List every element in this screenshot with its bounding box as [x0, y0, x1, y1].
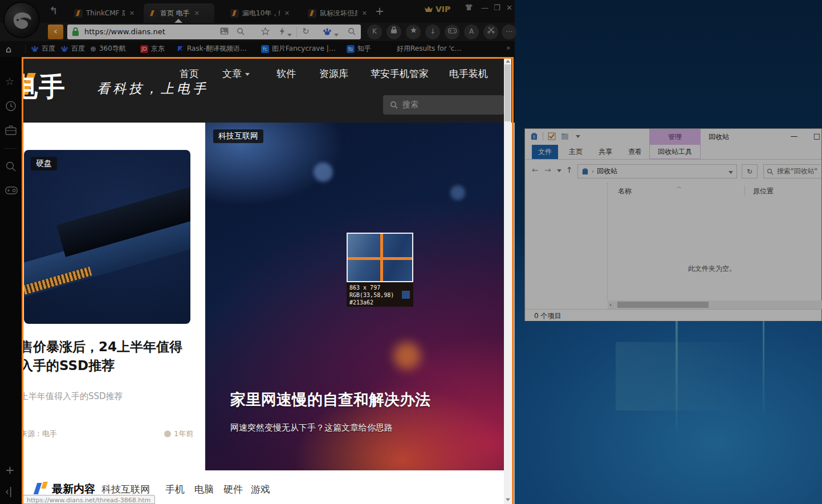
ribbon-tab-manage[interactable]: 管理: [649, 129, 701, 145]
bookmark-baidu-1[interactable]: 百度: [31, 44, 55, 54]
bookmark-zhihu[interactable]: 知 知乎: [347, 44, 371, 54]
downloads-button[interactable]: ↓: [425, 25, 440, 39]
navigation-pane[interactable]: [525, 183, 608, 300]
search-engine-dropdown-icon[interactable]: [334, 30, 339, 38]
explorer-maximize-button[interactable]: □: [807, 129, 822, 145]
site-search-box[interactable]: 搜索: [383, 95, 504, 115]
sidebar-add-icon[interactable]: +: [5, 463, 15, 477]
minimize-button[interactable]: —: [481, 3, 489, 12]
game-center-button[interactable]: [445, 25, 459, 39]
browser-tab-4[interactable]: 鼠标没坏但是 ✕: [303, 3, 372, 23]
ribbon-tab-recycle-tools[interactable]: 回收站工具: [649, 145, 701, 159]
bookmark-rask[interactable]: Rask-翻译视频语…: [177, 44, 247, 54]
maximize-button[interactable]: ❐: [494, 3, 500, 12]
explorer-minimize-button[interactable]: —: [784, 129, 804, 145]
new-folder-icon[interactable]: [560, 132, 569, 141]
history-clock-icon[interactable]: [5, 100, 17, 114]
address-bar[interactable]: › 回收站: [577, 164, 737, 178]
properties-checkbox-icon[interactable]: [547, 132, 556, 141]
site-logo[interactable]: 电手: [22, 70, 66, 105]
nav-software[interactable]: 软件: [276, 67, 296, 80]
tab-close-icon[interactable]: ✕: [194, 10, 200, 17]
kuaijian-button[interactable]: K: [367, 25, 382, 39]
category-tag[interactable]: 科技互联网: [213, 129, 263, 143]
favorites-button[interactable]: [406, 25, 421, 39]
nav-resources[interactable]: 资源库: [319, 67, 348, 80]
latest-tab-tech[interactable]: 科技互联网: [101, 483, 150, 496]
sidebar-gamepad-icon[interactable]: [5, 186, 18, 197]
home-button[interactable]: ⌂: [6, 44, 11, 55]
cheetah-browser-logo[interactable]: [3, 2, 40, 38]
lightning-extension-icon[interactable]: [279, 27, 285, 37]
bookmark-360nav[interactable]: ⊕ 360导航: [90, 44, 126, 54]
url-field[interactable]: https://www.dians.net ↻: [67, 25, 361, 39]
recent-locations-dropdown-icon[interactable]: [557, 168, 561, 173]
hero-article-title[interactable]: 家里网速慢的自查和解决办法: [230, 389, 430, 410]
ribbon-tab-share[interactable]: 共享: [592, 145, 618, 159]
tab-close-icon[interactable]: ✕: [284, 10, 290, 17]
column-header-original-location[interactable]: 原位置: [753, 186, 774, 196]
ribbon-tab-home[interactable]: 主页: [563, 145, 589, 159]
article-title[interactable]: 售价暴涨后，24上半年值得入手的SSD推荐: [22, 338, 193, 377]
nav-phone-manager[interactable]: 苹安手机管家: [371, 67, 429, 80]
sidebar-search-icon[interactable]: [5, 161, 17, 174]
breadcrumb[interactable]: 回收站: [597, 166, 617, 176]
tab-close-icon[interactable]: ✕: [129, 10, 135, 17]
forward-arrow-icon[interactable]: →: [544, 165, 551, 174]
back-arrow-icon[interactable]: ←: [532, 165, 539, 174]
horizontal-scrollbar[interactable]: ‹: [608, 300, 822, 309]
browser-back-button[interactable]: ‹: [48, 25, 63, 39]
page-image-icon[interactable]: [220, 27, 229, 36]
browser-tab-3[interactable]: 漏电10年，维 ✕: [226, 3, 294, 23]
reader-mode-button[interactable]: A: [464, 25, 479, 39]
close-button[interactable]: ✕: [506, 3, 512, 12]
screenshot-scissors-button[interactable]: [483, 25, 498, 39]
page-scrollbar[interactable]: [504, 57, 511, 504]
more-menu-button[interactable]: ⋯: [502, 25, 516, 39]
session-restore-arrow-icon[interactable]: ↰: [49, 5, 58, 17]
scrollbar-thumb[interactable]: [617, 302, 709, 308]
bookmark-jd[interactable]: JD 京东: [140, 44, 165, 54]
latest-tab-hardware[interactable]: 硬件: [223, 483, 243, 496]
refresh-button[interactable]: ↻: [742, 164, 758, 178]
category-tag[interactable]: 硬盘: [31, 157, 57, 170]
zoom-page-icon[interactable]: [237, 27, 245, 37]
baidu-paw-icon[interactable]: [323, 27, 332, 38]
explorer-titlebar[interactable]: 管理 回收站 — □: [525, 129, 821, 145]
scroll-up-icon[interactable]: [506, 60, 510, 63]
ribbon-tab-view[interactable]: 查看: [622, 145, 648, 159]
new-tab-button[interactable]: +: [375, 5, 384, 17]
bookmarks-overflow-button[interactable]: »: [506, 44, 510, 52]
bookmark-results[interactable]: 好用Results for 'c…: [397, 44, 461, 54]
latest-tab-pc[interactable]: 电脑: [194, 483, 214, 496]
explorer-search-box[interactable]: 搜索"回收站": [763, 164, 822, 178]
bookmark-fancycrave[interactable]: fc 图片Fancycrave |…: [261, 44, 336, 54]
privacy-lock-button[interactable]: [386, 25, 401, 39]
tab-close-icon[interactable]: ✕: [362, 10, 367, 17]
up-arrow-icon[interactable]: ↑: [566, 165, 573, 174]
nav-home[interactable]: 首页: [180, 67, 199, 80]
bookmark-baidu-2[interactable]: 百度: [60, 44, 85, 54]
address-dropdown-icon[interactable]: [729, 168, 733, 176]
nav-pc-builder[interactable]: 电手装机: [449, 67, 488, 80]
scroll-down-icon[interactable]: [506, 498, 510, 501]
latest-tab-games[interactable]: 游戏: [251, 483, 270, 496]
page-refresh-icon[interactable]: ↻: [302, 26, 310, 36]
skin-theme-icon[interactable]: [465, 3, 473, 13]
sidebar-collapse-icon[interactable]: ‹|: [5, 486, 13, 497]
favorites-star-icon[interactable]: ☆: [5, 75, 14, 87]
scrollbar-thumb[interactable]: [504, 64, 511, 121]
toolbox-briefcase-icon[interactable]: [5, 125, 17, 137]
column-header-name[interactable]: 名称: [618, 186, 632, 196]
scroll-left-icon[interactable]: ‹: [609, 301, 612, 308]
customize-quick-access-dropdown-icon[interactable]: [573, 132, 583, 141]
latest-tab-phone[interactable]: 手机: [165, 483, 185, 496]
ribbon-tab-file[interactable]: 文件: [532, 145, 558, 159]
nav-articles[interactable]: 文章: [222, 67, 250, 80]
add-favorite-star-icon[interactable]: [261, 27, 270, 37]
browser-tab-1[interactable]: ThinkCMF 后 ✕: [70, 3, 139, 23]
omnibox-search-icon[interactable]: [348, 27, 356, 37]
extension-dropdown-icon[interactable]: [287, 30, 292, 38]
column-separator[interactable]: [744, 185, 745, 196]
vip-button[interactable]: VIP: [424, 5, 450, 14]
